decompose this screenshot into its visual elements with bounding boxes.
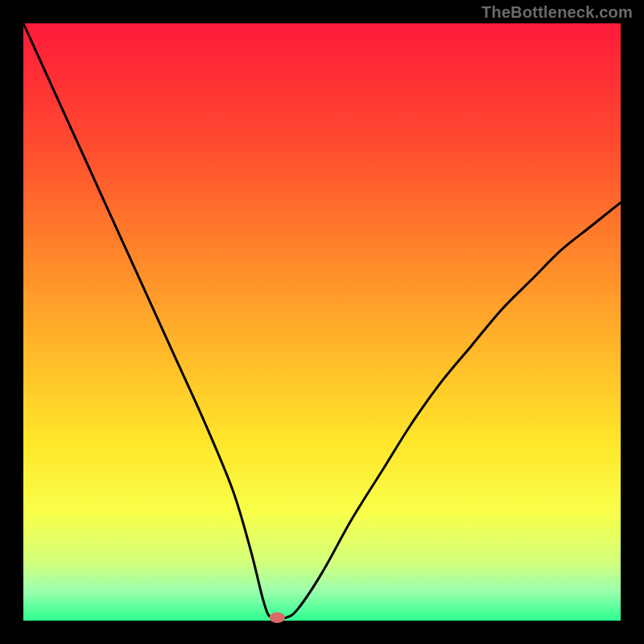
- plot-background: [23, 23, 621, 621]
- optimum-marker: [270, 613, 285, 623]
- bottleneck-chart: [0, 0, 644, 644]
- watermark-text: TheBottleneck.com: [481, 3, 633, 22]
- chart-frame: TheBottleneck.com: [0, 0, 644, 644]
